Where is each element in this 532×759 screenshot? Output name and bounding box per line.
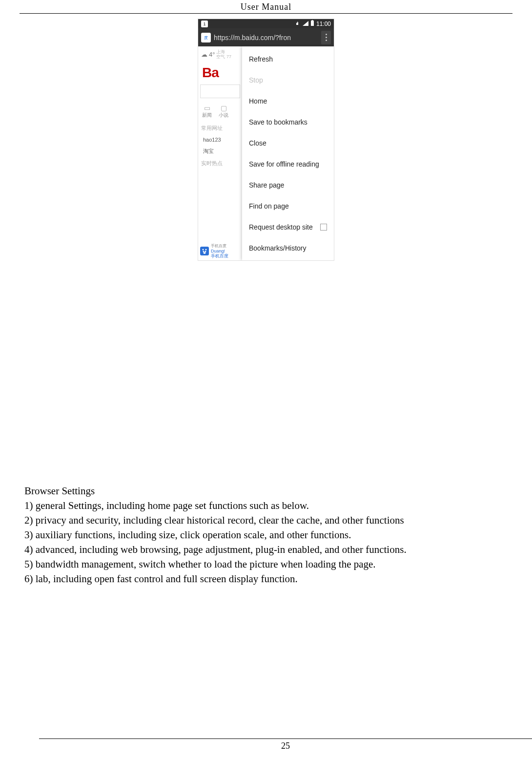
status-bar: 1 11:00 <box>198 19 334 28</box>
page-footer-promo: 手机百度 Duang! 手机百度 <box>200 243 228 258</box>
signal-icon <box>303 21 308 27</box>
body-line: 6) lab, including open fast control and … <box>24 571 508 586</box>
overflow-menu-icon[interactable] <box>321 31 331 44</box>
body-text: Browser Settings 1) general Settings, in… <box>24 484 508 586</box>
weather-temp: 4° <box>209 51 215 58</box>
svg-point-5 <box>205 249 207 250</box>
weather-icon: ☁ <box>201 51 207 58</box>
svg-rect-1 <box>312 20 313 21</box>
section-common-sites: 常用网址 <box>200 125 242 132</box>
body-line: 3) auxiliary functions, including size, … <box>24 527 508 542</box>
page-body: ☁ 4° 上海 空气 77 Ba ▭ 新闻 ▢ 小说 <box>198 46 334 260</box>
link-taobao[interactable]: 淘宝 <box>200 148 242 155</box>
svg-text:度: 度 <box>204 36 208 40</box>
menu-refresh[interactable]: Refresh <box>242 48 334 69</box>
menu-request-desktop-label: Request desktop site <box>249 223 313 231</box>
url-bar: 度 https://m.baidu.com/?fron <box>198 28 334 46</box>
desktop-checkbox[interactable] <box>320 224 327 231</box>
menu-stop: Stop <box>242 69 334 90</box>
page-header: User Manual <box>0 0 532 13</box>
weather-city: 上海 <box>216 49 225 54</box>
menu-save-offline[interactable]: Save for offline reading <box>242 153 334 174</box>
svg-point-4 <box>203 249 204 250</box>
svg-point-8 <box>204 252 206 254</box>
data-icon <box>295 21 301 27</box>
section-realtime: 实时热点 <box>200 160 242 167</box>
svg-point-7 <box>205 251 206 252</box>
webpage-background: ☁ 4° 上海 空气 77 Ba ▭ 新闻 ▢ 小说 <box>198 46 242 260</box>
overflow-menu: Refresh Stop Home Save to bookmarks Clos… <box>242 46 334 260</box>
notification-icon: 1 <box>201 21 208 27</box>
baidu-paw-icon <box>200 247 209 255</box>
body-line: 2) privacy and security, including clear… <box>24 513 508 527</box>
search-input[interactable] <box>200 84 240 98</box>
header-rule <box>20 13 512 14</box>
nav-news[interactable]: ▭ 新闻 <box>201 104 213 119</box>
menu-save-bookmarks[interactable]: Save to bookmarks <box>242 111 334 132</box>
menu-find-on-page[interactable]: Find on page <box>242 195 334 216</box>
svg-rect-0 <box>311 21 314 26</box>
weather-widget: ☁ 4° 上海 空气 77 <box>200 48 242 62</box>
url-text[interactable]: https://m.baidu.com/?fron <box>214 34 318 42</box>
svg-point-6 <box>203 251 205 252</box>
screenshot-container: 1 11:00 度 https://m.baidu.com/?fron <box>0 19 532 261</box>
nav-news-label: 新闻 <box>202 112 212 118</box>
footer-line2: 手机百度 <box>211 253 228 258</box>
body-line: 1) general Settings, including home page… <box>24 498 508 513</box>
baidu-logo: Ba <box>200 62 242 83</box>
status-time: 11:00 <box>316 21 331 27</box>
nav-novel-label: 小说 <box>219 112 228 118</box>
menu-close[interactable]: Close <box>242 132 334 153</box>
nav-novel[interactable]: ▢ 小说 <box>218 104 229 119</box>
favicon-icon: 度 <box>201 33 211 42</box>
body-line: 5) bandwidth management, switch whether … <box>24 557 508 571</box>
phone-screenshot: 1 11:00 度 https://m.baidu.com/?fron <box>198 19 334 261</box>
menu-home[interactable]: Home <box>242 90 334 111</box>
footer-sub: 手机百度 <box>211 243 228 249</box>
book-icon: ▢ <box>218 104 229 112</box>
body-line: 4) advanced, including web browsing, pag… <box>24 542 508 557</box>
menu-bookmarks-history[interactable]: Bookmarks/History <box>242 237 334 258</box>
weather-aqi: 空气 77 <box>216 54 231 59</box>
page-number: 25 <box>39 738 532 751</box>
link-hao123[interactable]: hao123 <box>200 137 242 143</box>
footer-line1: Duang! <box>211 249 225 253</box>
section-heading: Browser Settings <box>24 484 508 498</box>
menu-share-page[interactable]: Share page <box>242 174 334 195</box>
news-icon: ▭ <box>201 104 213 112</box>
battery-icon <box>310 20 314 27</box>
menu-request-desktop[interactable]: Request desktop site <box>242 216 334 237</box>
